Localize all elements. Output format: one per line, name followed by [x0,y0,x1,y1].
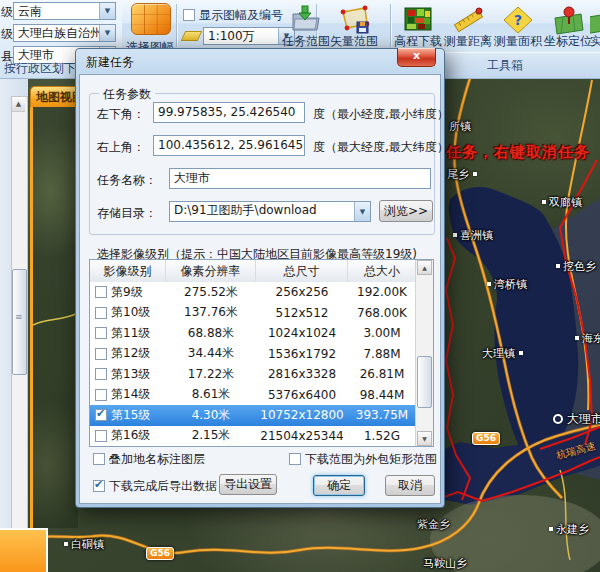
table-row[interactable]: 第11级68.88米1024x10243.00M [90,323,416,344]
measure-distance-button[interactable]: 测量距离 [444,2,492,50]
level-cell: 第16级 [111,427,150,444]
chevron-down-icon[interactable]: ▼ [99,3,115,19]
chevron-down-icon[interactable]: ▼ [99,25,115,41]
vector-range-button[interactable]: 矢量范围 [330,2,378,50]
left-sidebar-strip: ▲ ▼ [0,78,28,572]
storage-dir-value: D:\91卫图助手\download [174,203,317,217]
table-row[interactable]: 第13级17.22米2816x332826.81M [90,364,416,385]
table-row[interactable]: 第9级275.52米256x256192.00K [90,282,416,303]
cancel-button[interactable]: 取消 [385,475,435,496]
close-button[interactable]: x [397,48,436,67]
checkbox-icon[interactable] [93,453,105,465]
resolution-cell: 137.76米 [166,304,256,321]
table-scrollbar[interactable]: ▲ ▼ [415,260,433,446]
table-row[interactable]: 第12级34.44米1536x17927.88M [90,344,416,365]
total-cell: 192.00K [348,285,416,299]
checkbox-icon[interactable] [289,453,301,465]
checkbox-icon[interactable] [183,9,195,21]
total-cell: 3.00M [348,326,416,340]
export-settings-button[interactable]: 导出设置 [219,474,277,495]
bottom-left-input[interactable]: 99.975835, 25.426540 [153,102,305,123]
measure-area-button[interactable]: ? 测量面积 [494,2,542,50]
show-sheet-label: 显示图幅及编号 [199,8,283,22]
resolution-cell: 8.61米 [166,386,256,403]
vector-polygon-icon [337,4,371,36]
level-table[interactable]: 影像级别 像素分辨率 总尺寸 总大小 第9级275.52米256x256192.… [89,259,434,447]
dialog-title: 新建任务 [86,54,134,71]
province-combo[interactable]: 云南 ▼ [13,2,116,20]
row-checkbox[interactable] [95,389,107,401]
coordinate-locate-button[interactable]: 坐标定位 [544,2,592,50]
col-header-level[interactable]: 影像级别 [90,260,166,282]
row-checkbox[interactable] [95,348,107,360]
resolution-cell: 2.15米 [166,427,256,444]
col-header-resolution[interactable]: 像素分辨率 [166,260,256,282]
ok-button[interactable]: 确定 [313,475,365,496]
col-header-size[interactable]: 总尺寸 [256,260,348,282]
level-cell: 第14级 [111,386,150,403]
svg-text:?: ? [514,12,522,28]
row-checkbox[interactable] [95,286,107,298]
size-cell: 512x512 [256,306,348,320]
row-checkbox[interactable] [95,368,107,380]
overlay-labels-checkbox[interactable]: 叠加地名标注图层 [93,451,205,468]
elevation-icon [403,4,433,34]
level-cell: 第13级 [111,366,150,383]
row-checkbox[interactable] [95,409,107,421]
size-cell: 1536x1792 [256,347,348,361]
area-question-icon: ? [501,4,535,36]
top-right-label: 右上角： [97,139,145,156]
bbox-range-checkbox[interactable]: 下载范围为外包矩形范围 [289,451,437,468]
resolution-cell: 275.52米 [166,284,256,301]
top-right-input[interactable]: 100.435612, 25.961645 [153,135,305,156]
size-cell: 5376x6400 [256,388,348,402]
browse-button[interactable]: 浏览>> [379,200,433,222]
table-row[interactable]: 第16级2.15米21504x253441.52G [90,426,416,447]
scroll-thumb[interactable] [12,269,27,375]
level-cell: 第15级 [111,407,150,424]
scroll-up-icon[interactable]: ▲ [417,260,432,275]
task-range-button[interactable]: 任务范围 [282,2,330,50]
resolution-cell: 4.30米 [166,407,256,424]
select-sheet-button[interactable] [131,3,171,35]
close-icon: x [413,49,420,62]
toolbox-panel-title: 工具箱 [487,57,523,74]
city-combo[interactable]: 大理白族自治州 ▼ [13,24,116,42]
task-name-label: 任务名称： [97,172,157,189]
row-checkbox[interactable] [95,430,107,442]
elevation-download-button[interactable]: 高程下载 [394,2,442,50]
row-checkbox[interactable] [95,307,107,319]
table-row[interactable]: 第10级137.76米512x512768.00K [90,303,416,324]
row-checkbox[interactable] [95,327,107,339]
storage-dir-combo[interactable]: D:\91卫图助手\download ▼ [169,201,371,222]
export-after-checkbox[interactable]: 下载完成后导出数据 [93,478,217,495]
scroll-down-icon[interactable]: ▼ [417,431,432,446]
show-sheet-checkbox[interactable]: 显示图幅及编号 [183,7,283,24]
app-window: 所镇任务，右键取消任务尾乡双廊镇喜洲镇挖色乡湾桥镇海东大理镇大理市杭瑞高速紫金乡… [0,0,600,572]
level-cell: 第12级 [111,345,150,362]
scroll-thumb[interactable] [417,356,432,408]
size-cell: 21504x25344 [256,429,348,443]
scroll-up-icon[interactable]: ▲ [12,97,25,112]
scale-icon [181,31,203,41]
left-scrollbar[interactable]: ▲ ▼ [11,96,28,548]
province-value: 云南 [18,4,42,18]
bottom-left-hint: 度（最小经度,最小纬度） [313,106,449,123]
partial-tool-button[interactable]: 实 [590,2,600,50]
checkbox-checked-icon[interactable] [93,480,105,492]
total-cell: 1.52G [348,429,416,443]
table-row[interactable]: 第14级8.61米5376x640098.44M [90,385,416,406]
export-after-text: 下载完成后导出数据 [109,479,217,493]
task-name-input[interactable]: 大理市 [169,168,431,189]
size-cell: 10752x12800 [256,408,348,422]
folder-download-icon [289,4,323,36]
chevron-down-icon[interactable]: ▼ [354,202,370,221]
ruler-icon [451,4,485,36]
col-header-total[interactable]: 总大小 [348,260,416,282]
sheet-grid-icon [131,3,171,35]
resolution-cell: 34.44米 [166,345,256,362]
table-row[interactable]: 第15级4.30米10752x12800393.75M [90,405,416,426]
city-level-label: 级 [1,26,13,43]
map-thumbnail-strip[interactable] [30,107,78,528]
resolution-cell: 17.22米 [166,366,256,383]
